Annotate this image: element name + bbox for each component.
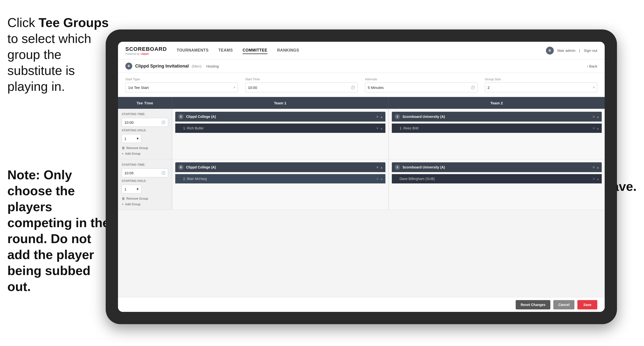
navbar: SCOREBOARD Powered by clippd TOURNAMENTS…	[118, 42, 605, 59]
start-time-label: Start Time	[245, 77, 358, 81]
team1-icon-row2: B	[178, 165, 184, 170]
clock-icon: 🕐	[351, 85, 355, 89]
team2-icon-row1: S	[395, 114, 400, 119]
x-icon-4[interactable]: ✕	[592, 166, 595, 169]
team1-col-row1: B Clippd College (A) ✕ ▴ 1. Rich Butler …	[172, 109, 388, 159]
player-x-icon-3[interactable]: ✕	[376, 177, 379, 181]
clock-icon-2: 🕐	[471, 85, 475, 89]
player-chevron-icon-2[interactable]: ▴	[597, 126, 599, 130]
tee-left-panel-1: STARTING TIME: 10:00 🕐 STARTING HOLE: 1 …	[118, 109, 172, 159]
player-name-4: Dave Billingham (SUB)	[400, 177, 593, 181]
team2-controls-row2: ✕ ▴	[592, 166, 599, 169]
settings-row: Start Type 1st Tee Start ▾ Start Time 10…	[118, 73, 605, 97]
start-time-input[interactable]: 10:00 🕐	[245, 82, 358, 92]
player-chevron-icon-3[interactable]: ▴	[381, 177, 382, 181]
team2-col-row1: S Scoreboard University (A) ✕ ▴ 1. Rees …	[388, 109, 605, 159]
breadcrumb-subtitle: (Men)	[192, 64, 201, 68]
tee-row: STARTING TIME: 10:00 🕐 STARTING HOLE: 1 …	[118, 109, 605, 159]
starting-time-input-1[interactable]: 10:00 🕐	[122, 118, 168, 127]
intervals-input[interactable]: 5 Minutes 🕐	[365, 82, 478, 92]
logo-clippd: clippd	[140, 52, 148, 55]
breadcrumb-icon: B	[125, 63, 132, 69]
starting-time-label-1: STARTING TIME:	[122, 112, 168, 116]
chevron-hole-1: ▾	[137, 136, 139, 141]
player-row-3[interactable]: 2. Blair McHarg ✕ ▴	[175, 174, 386, 183]
player-row[interactable]: 1. Rich Butler ✕ ▴	[175, 123, 386, 133]
save-button[interactable]: Save	[578, 300, 597, 310]
player-name-2: 1. Rees Britt	[400, 126, 593, 130]
add-group-button-2[interactable]: + Add Group	[122, 202, 168, 206]
team1-group-header-row2[interactable]: B Clippd College (A) ✕ ▴	[175, 162, 386, 172]
breadcrumb-bar: B Clippd Spring Invitational (Men) Hosti…	[118, 59, 605, 73]
add-group-button-1[interactable]: + Add Group	[122, 152, 168, 155]
player-x-icon-4[interactable]: ✕	[592, 177, 595, 181]
remove-group-button-1[interactable]: 🗑 Remove Group	[122, 146, 168, 150]
starting-hole-input-1[interactable]: 1 ▾	[122, 134, 141, 143]
starting-hole-input-2[interactable]: 1 ▾	[122, 185, 141, 194]
logo-area: SCOREBOARD Powered by clippd	[125, 46, 167, 55]
group-size-group: Group Size 2 ▾	[485, 77, 598, 92]
reset-changes-button[interactable]: Reset Changes	[516, 300, 550, 310]
team1-group-header-row1[interactable]: B Clippd College (A) ✕ ▴	[175, 112, 386, 122]
tee-time-header: Tee Time	[118, 97, 172, 109]
team1-controls-row2: ✕ ▴	[376, 166, 382, 169]
nav-teams[interactable]: TEAMS	[218, 47, 233, 54]
x-icon-3[interactable]: ✕	[376, 166, 379, 169]
nav-committee[interactable]: COMMITTEE	[242, 47, 268, 54]
player-controls-4: ✕ ▴	[592, 177, 599, 181]
team2-group-header-row1[interactable]: S Scoreboard University (A) ✕ ▴	[392, 112, 602, 122]
cancel-button[interactable]: Cancel	[553, 300, 574, 310]
note-label: Note: Only choose the players competing …	[7, 168, 110, 294]
x-icon[interactable]: ✕	[376, 115, 379, 119]
nav-links: TOURNAMENTS TEAMS COMMITTEE RANKINGS	[177, 47, 546, 54]
player-chevron-icon-4[interactable]: ▴	[597, 177, 599, 181]
chevron-up-icon-3[interactable]: ▴	[381, 166, 382, 169]
player-chevron-icon[interactable]: ▴	[381, 126, 382, 130]
chevron-up-icon-4[interactable]: ▴	[597, 166, 599, 169]
plus-icon-2: +	[122, 202, 124, 206]
group-size-input[interactable]: 2 ▾	[485, 82, 598, 92]
start-type-input[interactable]: 1st Tee Start ▾	[125, 82, 238, 92]
player-row-4[interactable]: Dave Billingham (SUB) ✕ ▴	[392, 174, 602, 183]
chevron-up-icon[interactable]: ▴	[381, 115, 382, 119]
tee-left-panel-2: STARTING TIME: 10:05 🕐 STARTING HOLE: 1 …	[118, 159, 172, 210]
team2-group-header-row2[interactable]: S Scoreboard University (A) ✕ ▴	[392, 162, 602, 172]
start-time-group: Start Time 10:00 🕐	[245, 77, 358, 92]
start-type-label: Start Type	[125, 77, 238, 81]
sign-out-link[interactable]: Sign out	[584, 48, 597, 52]
table-header: Tee Time Team 1 Team 2	[118, 97, 605, 109]
tablet-screen: SCOREBOARD Powered by clippd TOURNAMENTS…	[118, 42, 605, 312]
group-size-label: Group Size	[485, 77, 598, 81]
player-x-icon-2[interactable]: ✕	[592, 126, 595, 130]
back-button[interactable]: ‹ Back	[587, 64, 597, 68]
team1-group-name-row2: Clippd College (A)	[186, 165, 374, 169]
tee-groups-bold: Tee Groups	[38, 15, 109, 30]
team1-group-name-row1: Clippd College (A)	[186, 115, 374, 119]
starting-time-label-2: STARTING TIME:	[122, 163, 168, 166]
x-icon-2[interactable]: ✕	[592, 115, 595, 119]
starting-hole-label-2: STARTING HOLE:	[122, 179, 168, 183]
remove-group-button-2[interactable]: 🗑 Remove Group	[122, 197, 168, 200]
team2-group-name-row1: Scoreboard University (A)	[402, 115, 590, 119]
team2-icon-row2: S	[395, 165, 400, 170]
chevron-up-icon-2[interactable]: ▴	[597, 115, 599, 119]
plus-icon: +	[122, 152, 124, 155]
nav-rankings[interactable]: RANKINGS	[277, 47, 299, 54]
player-row-2[interactable]: 1. Rees Britt ✕ ▴	[392, 123, 602, 133]
user-avatar: B	[546, 47, 554, 54]
tee-teams-row-1: B Clippd College (A) ✕ ▴ 1. Rich Butler …	[172, 109, 605, 159]
player-x-icon[interactable]: ✕	[376, 126, 379, 130]
note-text: Note: Only choose the players competing …	[0, 167, 118, 295]
team1-icon-row1: B	[178, 114, 184, 119]
chevron-hole-2: ▾	[137, 187, 139, 191]
tee-row-2: STARTING TIME: 10:05 🕐 STARTING HOLE: 1 …	[118, 159, 605, 210]
pipe: |	[579, 48, 580, 52]
tablet-frame: SCOREBOARD Powered by clippd TOURNAMENTS…	[106, 29, 617, 324]
team1-col-row2: B Clippd College (A) ✕ ▴ 2. Blair McHarg…	[172, 159, 388, 210]
nav-tournaments[interactable]: TOURNAMENTS	[177, 47, 209, 54]
intervals-group: Intervals 5 Minutes 🕐	[365, 77, 478, 92]
clock-icon-3: 🕐	[161, 120, 166, 124]
starting-time-input-2[interactable]: 10:05 🕐	[122, 168, 168, 177]
team2-group-name-row2: Scoreboard University (A)	[402, 165, 590, 169]
team2-col-row2: S Scoreboard University (A) ✕ ▴ Dave Bil…	[388, 159, 605, 210]
